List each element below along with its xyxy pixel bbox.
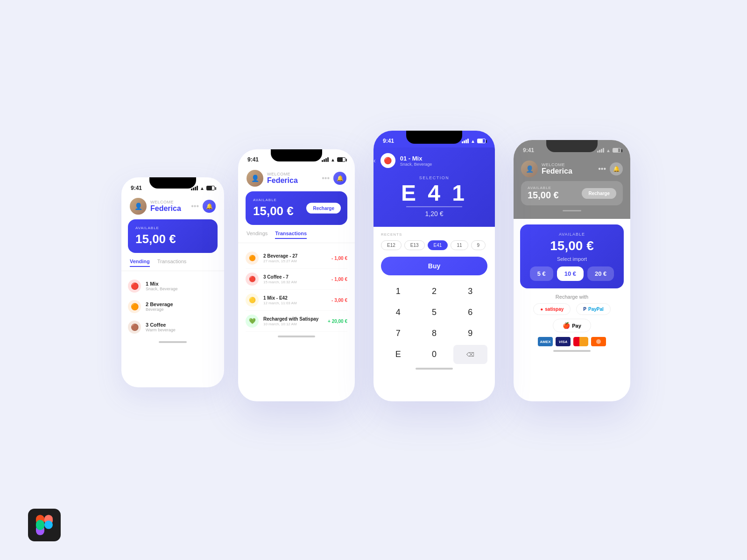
p4-balance: 15,00 €	[528, 190, 559, 201]
avatar-back: 👤	[130, 198, 147, 215]
recents-list: E12 E13 E41 11 9	[381, 240, 487, 250]
vm-code: E 4 1	[374, 182, 495, 204]
apple-pay-label: Pay	[572, 323, 581, 329]
import-20[interactable]: 20 €	[587, 266, 614, 281]
satispay-label: satispay	[545, 307, 564, 312]
amex-icon: AMEX	[538, 337, 553, 346]
tx-item-4[interactable]: 💚 Recharged with Satispay 10 march, 10:1…	[246, 311, 347, 332]
figma-logo	[28, 509, 61, 541]
notification-bell-p4[interactable]: 🔔	[610, 162, 623, 175]
tab-vending-back[interactable]: Vending	[130, 259, 150, 267]
tx-icon-4: 💚	[246, 315, 259, 328]
menu-dots-back[interactable]: •••	[191, 202, 199, 210]
balance-amount-back: 15,00 €	[135, 232, 210, 246]
available-amount: 15,00 €	[528, 238, 616, 253]
key-7[interactable]: 7	[381, 324, 415, 343]
recents-label: RECENTS	[381, 232, 487, 237]
header-p4: 👤 WELCOME Federica ••• 🔔	[521, 161, 623, 177]
status-time-p2: 9:41	[247, 156, 259, 163]
menu-dots-p4[interactable]: •••	[598, 165, 606, 173]
phone4: 9:41 ▲ 👤 WELCOME Federica ••• 🔔	[514, 140, 630, 401]
paypal-btn[interactable]: P PayPal	[576, 303, 610, 315]
status-time-p3: 9:41	[383, 138, 394, 144]
balance-label-back: AVAILABLE	[135, 226, 210, 230]
recharge-btn-p2[interactable]: Recharge	[306, 203, 341, 214]
select-import-label: Select import	[528, 256, 616, 262]
import-options: 5 € 10 € 20 €	[528, 266, 616, 281]
vm-product-sub: Snack, Beverage	[400, 162, 432, 167]
status-icons-p2: ▲	[322, 157, 345, 162]
vm-price: 1,20 €	[374, 210, 495, 217]
wifi-icon-p4: ▲	[606, 148, 611, 153]
key-6[interactable]: 6	[453, 303, 487, 322]
status-time-p4: 9:41	[523, 147, 534, 154]
username-p2: Federica	[267, 176, 298, 185]
mc2-icon	[591, 337, 606, 346]
scene: 9:41 ▲ 👤 WELCOME Federica ••• 🔔	[117, 131, 630, 429]
tx-item-2[interactable]: 🔴 3 Coffee - 7 15 march, 16:32 AM - 1,00…	[246, 269, 347, 290]
key-8[interactable]: 8	[417, 324, 451, 343]
vm-selection-label: SELECTION	[374, 175, 495, 180]
recent-11[interactable]: 11	[451, 240, 468, 250]
key-del[interactable]: ⌫	[453, 345, 487, 364]
import-5[interactable]: 5 €	[530, 266, 553, 281]
recent-e41[interactable]: E41	[428, 240, 448, 250]
vm-product-icon: 🔴	[381, 153, 395, 168]
vending-list-back: 🔴 1 MixSnack, Beverage 🟠 2 BeverageBever…	[121, 276, 224, 337]
key-e[interactable]: E	[381, 345, 415, 364]
card-icons-row: AMEX VISA	[520, 337, 624, 346]
menu-dots-p2[interactable]: •••	[322, 174, 330, 182]
import-10[interactable]: 10 €	[557, 266, 584, 281]
transactions-list: 🟠 2 Beverage - 27 27 march, 15:27 AM - 1…	[238, 248, 355, 332]
header-back: 👤 WELCOME Federica ••• 🔔	[121, 194, 224, 219]
tab-vendings-p2[interactable]: Vendings	[247, 231, 268, 239]
phone1-back: 9:41 ▲ 👤 WELCOME Federica ••• 🔔	[121, 177, 224, 387]
welcome-p4: WELCOME	[542, 162, 572, 167]
wifi-icon-p3: ▲	[471, 139, 475, 144]
recent-e13[interactable]: E13	[404, 240, 425, 250]
phone3: 9:41 ▲ ‹ 🔴 01 - Mix Snack, Beverage SELE…	[374, 131, 495, 401]
welcome-label-back: WELCOME	[150, 200, 181, 204]
tx-icon-3: 🟡	[246, 294, 259, 307]
key-9[interactable]: 9	[453, 324, 487, 343]
balance-card-back: AVAILABLE 15,00 €	[128, 219, 218, 253]
phone2: 9:41 ▲ 👤 WELCOME Federica ••• 🔔 A	[238, 149, 355, 401]
visa-icon: VISA	[556, 337, 571, 346]
apple-icon: 🍎	[563, 322, 570, 329]
notification-bell-back[interactable]: 🔔	[203, 200, 216, 213]
vm-code-underline	[406, 206, 462, 207]
key-0[interactable]: 0	[417, 345, 451, 364]
tx-item-1[interactable]: 🟠 2 Beverage - 27 27 march, 15:27 AM - 1…	[246, 248, 347, 269]
status-icons-back: ▲	[191, 186, 215, 191]
item-icon-2: 🟠	[128, 300, 141, 313]
p4-grey-header: 👤 WELCOME Federica ••• 🔔 AVAILABLE 15,00…	[514, 157, 630, 219]
tx-item-3[interactable]: 🟡 1 Mix - E42 12 march, 11:03 AM - 3,00 …	[246, 290, 347, 311]
key-4[interactable]: 4	[381, 303, 415, 322]
recent-e12[interactable]: E12	[381, 240, 402, 250]
paypal-label: P	[583, 307, 586, 312]
apple-pay-btn[interactable]: 🍎 Pay	[553, 319, 591, 332]
item-icon-1: 🔴	[128, 280, 141, 293]
recent-9[interactable]: 9	[471, 240, 486, 250]
tab-transactions-p2[interactable]: Transactions	[275, 231, 307, 239]
vm-header: ‹ 🔴 01 - Mix Snack, Beverage SELECTION E…	[374, 147, 495, 227]
recharge-btn-p4[interactable]: Recharge	[582, 188, 616, 199]
payment-methods-row1: ● satispay P PayPal	[520, 303, 624, 315]
vm-product-name: 01 - Mix	[400, 155, 432, 162]
key-2[interactable]: 2	[417, 282, 451, 301]
key-3[interactable]: 3	[453, 282, 487, 301]
buy-button[interactable]: Buy	[381, 257, 487, 275]
key-5[interactable]: 5	[417, 303, 451, 322]
recents-section: RECENTS E12 E13 E41 11 9	[381, 227, 487, 253]
item-icon-3: 🟤	[128, 321, 141, 334]
vm-back-btn[interactable]: ‹	[374, 157, 376, 164]
tab-transactions-back[interactable]: Transactions	[157, 259, 187, 267]
tabs-back: Vending Transactions	[121, 259, 224, 271]
status-time-back: 9:41	[131, 185, 142, 191]
username-p4: Federica	[542, 167, 572, 175]
notification-bell-p2[interactable]: 🔔	[333, 172, 346, 185]
satispay-btn[interactable]: ● satispay	[533, 303, 571, 315]
key-1[interactable]: 1	[381, 282, 415, 301]
tx-icon-2: 🔴	[246, 273, 259, 286]
tx-icon-1: 🟠	[246, 252, 259, 265]
